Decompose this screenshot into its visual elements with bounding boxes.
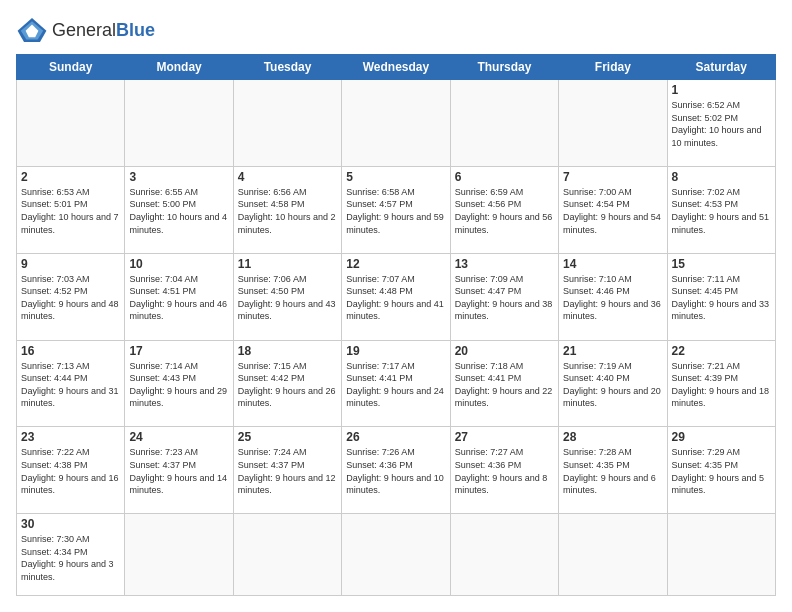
logo-text: GeneralBlue [52, 20, 155, 41]
calendar-cell: 25Sunrise: 7:24 AM Sunset: 4:37 PM Dayli… [233, 427, 341, 514]
logo: GeneralBlue [16, 16, 155, 44]
day-info: Sunrise: 7:13 AM Sunset: 4:44 PM Dayligh… [21, 360, 120, 410]
calendar-cell [233, 80, 341, 167]
day-number: 26 [346, 430, 445, 444]
calendar-cell: 8Sunrise: 7:02 AM Sunset: 4:53 PM Daylig… [667, 166, 775, 253]
day-info: Sunrise: 7:26 AM Sunset: 4:36 PM Dayligh… [346, 446, 445, 496]
calendar-cell: 21Sunrise: 7:19 AM Sunset: 4:40 PM Dayli… [559, 340, 667, 427]
day-number: 2 [21, 170, 120, 184]
generalblue-logo-icon [16, 16, 48, 44]
calendar-cell: 22Sunrise: 7:21 AM Sunset: 4:39 PM Dayli… [667, 340, 775, 427]
calendar-cell: 4Sunrise: 6:56 AM Sunset: 4:58 PM Daylig… [233, 166, 341, 253]
calendar-cell: 3Sunrise: 6:55 AM Sunset: 5:00 PM Daylig… [125, 166, 233, 253]
calendar-header-row: Sunday Monday Tuesday Wednesday Thursday… [17, 55, 776, 80]
day-info: Sunrise: 7:21 AM Sunset: 4:39 PM Dayligh… [672, 360, 771, 410]
day-info: Sunrise: 7:30 AM Sunset: 4:34 PM Dayligh… [21, 533, 120, 583]
calendar-cell [450, 514, 558, 596]
day-info: Sunrise: 7:04 AM Sunset: 4:51 PM Dayligh… [129, 273, 228, 323]
day-number: 29 [672, 430, 771, 444]
day-number: 7 [563, 170, 662, 184]
day-info: Sunrise: 6:58 AM Sunset: 4:57 PM Dayligh… [346, 186, 445, 236]
calendar-cell [233, 514, 341, 596]
col-wednesday: Wednesday [342, 55, 450, 80]
calendar-cell: 14Sunrise: 7:10 AM Sunset: 4:46 PM Dayli… [559, 253, 667, 340]
day-number: 27 [455, 430, 554, 444]
day-info: Sunrise: 7:00 AM Sunset: 4:54 PM Dayligh… [563, 186, 662, 236]
day-number: 18 [238, 344, 337, 358]
calendar-cell: 1Sunrise: 6:52 AM Sunset: 5:02 PM Daylig… [667, 80, 775, 167]
calendar-cell: 7Sunrise: 7:00 AM Sunset: 4:54 PM Daylig… [559, 166, 667, 253]
calendar-cell: 10Sunrise: 7:04 AM Sunset: 4:51 PM Dayli… [125, 253, 233, 340]
calendar-cell: 13Sunrise: 7:09 AM Sunset: 4:47 PM Dayli… [450, 253, 558, 340]
calendar-cell [17, 80, 125, 167]
day-info: Sunrise: 6:52 AM Sunset: 5:02 PM Dayligh… [672, 99, 771, 149]
calendar-cell: 11Sunrise: 7:06 AM Sunset: 4:50 PM Dayli… [233, 253, 341, 340]
day-info: Sunrise: 7:09 AM Sunset: 4:47 PM Dayligh… [455, 273, 554, 323]
day-number: 21 [563, 344, 662, 358]
calendar-cell: 15Sunrise: 7:11 AM Sunset: 4:45 PM Dayli… [667, 253, 775, 340]
calendar-cell [667, 514, 775, 596]
calendar-cell: 17Sunrise: 7:14 AM Sunset: 4:43 PM Dayli… [125, 340, 233, 427]
day-info: Sunrise: 7:18 AM Sunset: 4:41 PM Dayligh… [455, 360, 554, 410]
calendar-week-row: 23Sunrise: 7:22 AM Sunset: 4:38 PM Dayli… [17, 427, 776, 514]
calendar-cell: 23Sunrise: 7:22 AM Sunset: 4:38 PM Dayli… [17, 427, 125, 514]
calendar-week-row: 2Sunrise: 6:53 AM Sunset: 5:01 PM Daylig… [17, 166, 776, 253]
day-info: Sunrise: 7:07 AM Sunset: 4:48 PM Dayligh… [346, 273, 445, 323]
day-number: 4 [238, 170, 337, 184]
day-number: 11 [238, 257, 337, 271]
day-number: 14 [563, 257, 662, 271]
calendar-cell: 30Sunrise: 7:30 AM Sunset: 4:34 PM Dayli… [17, 514, 125, 596]
day-number: 9 [21, 257, 120, 271]
calendar-cell: 18Sunrise: 7:15 AM Sunset: 4:42 PM Dayli… [233, 340, 341, 427]
day-number: 10 [129, 257, 228, 271]
col-saturday: Saturday [667, 55, 775, 80]
day-info: Sunrise: 6:59 AM Sunset: 4:56 PM Dayligh… [455, 186, 554, 236]
day-info: Sunrise: 7:19 AM Sunset: 4:40 PM Dayligh… [563, 360, 662, 410]
day-number: 23 [21, 430, 120, 444]
calendar-cell: 26Sunrise: 7:26 AM Sunset: 4:36 PM Dayli… [342, 427, 450, 514]
calendar-cell: 29Sunrise: 7:29 AM Sunset: 4:35 PM Dayli… [667, 427, 775, 514]
day-info: Sunrise: 7:17 AM Sunset: 4:41 PM Dayligh… [346, 360, 445, 410]
calendar-week-row: 1Sunrise: 6:52 AM Sunset: 5:02 PM Daylig… [17, 80, 776, 167]
day-info: Sunrise: 7:23 AM Sunset: 4:37 PM Dayligh… [129, 446, 228, 496]
day-number: 1 [672, 83, 771, 97]
day-number: 17 [129, 344, 228, 358]
col-monday: Monday [125, 55, 233, 80]
day-number: 15 [672, 257, 771, 271]
calendar-cell: 19Sunrise: 7:17 AM Sunset: 4:41 PM Dayli… [342, 340, 450, 427]
col-thursday: Thursday [450, 55, 558, 80]
col-friday: Friday [559, 55, 667, 80]
calendar-cell: 12Sunrise: 7:07 AM Sunset: 4:48 PM Dayli… [342, 253, 450, 340]
day-info: Sunrise: 7:28 AM Sunset: 4:35 PM Dayligh… [563, 446, 662, 496]
calendar-cell: 20Sunrise: 7:18 AM Sunset: 4:41 PM Dayli… [450, 340, 558, 427]
day-info: Sunrise: 7:15 AM Sunset: 4:42 PM Dayligh… [238, 360, 337, 410]
calendar-cell [125, 514, 233, 596]
day-info: Sunrise: 7:10 AM Sunset: 4:46 PM Dayligh… [563, 273, 662, 323]
day-info: Sunrise: 7:06 AM Sunset: 4:50 PM Dayligh… [238, 273, 337, 323]
day-number: 5 [346, 170, 445, 184]
calendar-cell [450, 80, 558, 167]
day-info: Sunrise: 7:11 AM Sunset: 4:45 PM Dayligh… [672, 273, 771, 323]
calendar-week-row: 30Sunrise: 7:30 AM Sunset: 4:34 PM Dayli… [17, 514, 776, 596]
day-number: 13 [455, 257, 554, 271]
calendar-week-row: 9Sunrise: 7:03 AM Sunset: 4:52 PM Daylig… [17, 253, 776, 340]
day-number: 24 [129, 430, 228, 444]
day-number: 25 [238, 430, 337, 444]
day-info: Sunrise: 6:55 AM Sunset: 5:00 PM Dayligh… [129, 186, 228, 236]
calendar-cell [342, 80, 450, 167]
day-info: Sunrise: 6:53 AM Sunset: 5:01 PM Dayligh… [21, 186, 120, 236]
day-info: Sunrise: 7:24 AM Sunset: 4:37 PM Dayligh… [238, 446, 337, 496]
day-info: Sunrise: 7:22 AM Sunset: 4:38 PM Dayligh… [21, 446, 120, 496]
calendar-cell [125, 80, 233, 167]
calendar-cell: 24Sunrise: 7:23 AM Sunset: 4:37 PM Dayli… [125, 427, 233, 514]
col-tuesday: Tuesday [233, 55, 341, 80]
calendar-cell [559, 80, 667, 167]
calendar-cell [559, 514, 667, 596]
day-number: 19 [346, 344, 445, 358]
day-info: Sunrise: 7:03 AM Sunset: 4:52 PM Dayligh… [21, 273, 120, 323]
day-number: 22 [672, 344, 771, 358]
day-number: 28 [563, 430, 662, 444]
calendar-cell: 2Sunrise: 6:53 AM Sunset: 5:01 PM Daylig… [17, 166, 125, 253]
calendar-week-row: 16Sunrise: 7:13 AM Sunset: 4:44 PM Dayli… [17, 340, 776, 427]
calendar-cell: 27Sunrise: 7:27 AM Sunset: 4:36 PM Dayli… [450, 427, 558, 514]
